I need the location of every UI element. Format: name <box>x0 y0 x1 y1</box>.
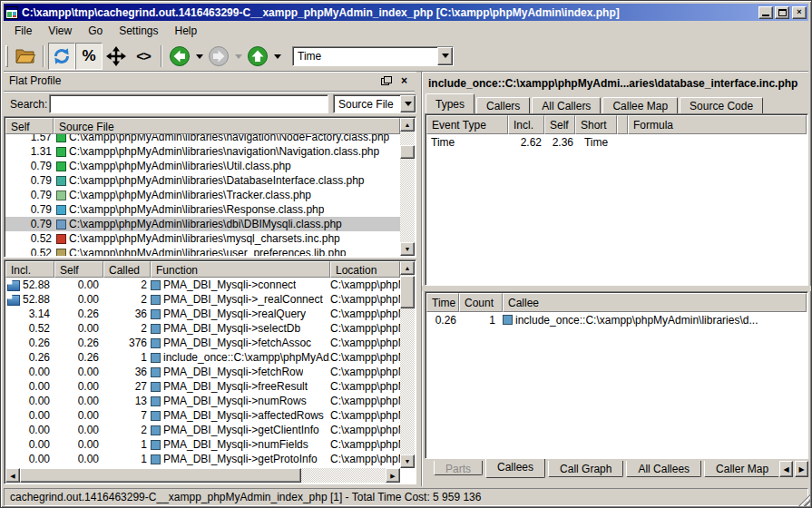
column-header-short[interactable]: Short <box>575 115 617 134</box>
source-file-name: C:\xampp\phpMyAdmin\libraries\DatabaseIn… <box>69 174 365 187</box>
close-button[interactable]: × <box>792 6 807 19</box>
table-row[interactable]: 0.000.0027PMA_DBI_Mysqli->freeResultC:\x… <box>5 379 400 394</box>
maximize-icon <box>778 9 787 16</box>
column-header-self[interactable]: Self <box>544 115 575 134</box>
source-file-name: C:\xampp\phpMyAdmin\libraries\mysql_char… <box>69 232 340 245</box>
scroll-up-button[interactable]: ▲ <box>400 118 415 132</box>
table-row[interactable]: 0.79C:\xampp\phpMyAdmin\libraries\Util.c… <box>5 159 400 173</box>
forward-button[interactable] <box>205 43 232 70</box>
column-header-self[interactable]: Self <box>5 118 54 134</box>
dock-layout-button[interactable] <box>103 43 130 70</box>
menu-settings[interactable]: Settings <box>111 22 166 40</box>
float-dock-button[interactable] <box>380 74 394 87</box>
table-row[interactable]: 0.000.007PMA_DBI_Mysqli->affectedRowsC:\… <box>5 408 400 423</box>
table-row[interactable]: 52.880.002PMA_DBI_Mysqli->connectC:\xamp… <box>5 278 400 292</box>
scroll-down-button[interactable]: ▼ <box>400 454 415 468</box>
event-type-select[interactable]: Time <box>292 46 454 66</box>
table-row[interactable]: 0.52C:\xampp\phpMyAdmin\libraries\mysql_… <box>5 231 400 246</box>
table-row[interactable]: 3.140.2636PMA_DBI_Mysqli->realQueryC:\xa… <box>5 307 400 321</box>
minimize-button[interactable] <box>758 6 773 19</box>
scroll-right-button[interactable]: ▶ <box>386 468 400 483</box>
column-header-event-type[interactable]: Event Type <box>426 115 508 134</box>
menu-go[interactable]: Go <box>80 22 111 40</box>
menu-help[interactable]: Help <box>167 22 206 40</box>
table-row[interactable]: 52.880.002PMA_DBI_Mysqli->_realConnectC:… <box>5 292 400 307</box>
table-row[interactable]: 0.000.001PMA_DBI_Mysqli->getProtoInfoC:\… <box>5 452 400 466</box>
column-header-incl[interactable]: Incl. <box>508 115 544 134</box>
column-header-function[interactable]: Function <box>151 261 330 278</box>
separator <box>4 91 415 93</box>
vertical-scrollbar[interactable]: ▲ ▼ <box>400 261 415 468</box>
percent-toggle-button[interactable]: % <box>75 43 103 70</box>
scrollbar-thumb[interactable] <box>20 468 301 483</box>
tab-callees[interactable]: Callees <box>485 459 545 478</box>
menu-view[interactable]: View <box>40 22 80 40</box>
group-by-select[interactable]: Source File <box>333 94 416 113</box>
tab-parts[interactable]: Parts <box>434 461 483 475</box>
called-count-value: 36 <box>103 308 151 320</box>
toolbar-handle[interactable] <box>5 45 8 67</box>
table-row[interactable]: 0.79C:\xampp\phpMyAdmin\libraries\dbi\DB… <box>5 217 400 231</box>
table-row[interactable]: 0.260.261include_once::C:\xampp\phpMyAd.… <box>5 350 400 365</box>
table-row[interactable]: 0.000.0013PMA_DBI_Mysqli->numRowsC:\xamp… <box>5 394 400 408</box>
scrollbar-thumb[interactable] <box>400 276 415 308</box>
column-header-called[interactable]: Called <box>103 261 151 278</box>
tab-caller-map[interactable]: Caller Map <box>704 461 778 477</box>
scroll-left-button[interactable]: ◀ <box>5 468 20 483</box>
scrollbar-thumb[interactable] <box>400 145 415 159</box>
table-row[interactable]: 0.52C:\xampp\phpMyAdmin\libraries\user_p… <box>5 246 400 256</box>
table-row[interactable]: 0.520.002PMA_DBI_Mysqli->selectDbC:\xamp… <box>5 321 400 336</box>
tab-scroll-left-button[interactable]: ◀ <box>779 461 793 477</box>
table-row[interactable]: 0.000.002PMA_DBI_Mysqli->getClientInfoC:… <box>5 423 400 437</box>
column-header-location[interactable]: Location <box>330 261 400 278</box>
tab-types[interactable]: Types <box>426 93 474 113</box>
column-header-count[interactable]: Count <box>459 293 503 312</box>
table-row[interactable]: Time2.622.36Time <box>426 134 807 150</box>
back-button[interactable] <box>166 43 193 70</box>
reload-button[interactable] <box>48 43 75 70</box>
horizontal-scrollbar[interactable]: ◀ ▶ <box>5 468 400 483</box>
tab-callee-map[interactable]: Callee Map <box>602 97 678 113</box>
column-header-self[interactable]: Self <box>54 261 103 278</box>
column-header-formula[interactable]: Formula <box>628 115 807 134</box>
scroll-up-button[interactable]: ▲ <box>400 261 415 275</box>
menu-file[interactable]: File <box>6 22 40 40</box>
tab-call-graph[interactable]: Call Graph <box>548 461 623 477</box>
titlebar: C:\xampp\tmp\cachegrind.out.1416463299-C… <box>4 4 808 21</box>
back-dropdown-button[interactable] <box>193 43 205 70</box>
table-row[interactable]: 1.57C:\xampp\phpMyAdmin\libraries\naviga… <box>5 134 400 144</box>
up-dropdown-button[interactable] <box>271 43 283 70</box>
table-row[interactable]: 0.261include_once::C:\xampp\phpMyAdmin\l… <box>426 312 807 327</box>
combo-dropdown-button[interactable] <box>437 47 453 65</box>
up-button[interactable] <box>244 43 271 70</box>
table-row[interactable]: 0.000.0036PMA_DBI_Mysqli->fetchRowC:\xam… <box>5 365 400 379</box>
tab-all-callers[interactable]: All Callers <box>532 97 601 113</box>
search-input[interactable] <box>49 94 328 113</box>
table-row[interactable]: 0.79C:\xampp\phpMyAdmin\libraries\Respon… <box>5 202 400 217</box>
close-dock-button[interactable]: × <box>397 74 411 87</box>
called-count-value: 36 <box>103 366 151 378</box>
table-row[interactable]: 0.000.001PMA_DBI_Mysqli->numFieldsC:\xam… <box>5 437 400 452</box>
combo-dropdown-button[interactable] <box>400 95 416 112</box>
table-row[interactable]: 1.31C:\xampp\phpMyAdmin\libraries\naviga… <box>5 144 400 159</box>
scroll-down-button[interactable]: ▼ <box>400 242 415 256</box>
forward-dropdown-button[interactable] <box>232 43 244 70</box>
tab-callers[interactable]: Callers <box>476 97 530 113</box>
tab-scroll-right-button[interactable]: ▶ <box>795 461 808 477</box>
table-row[interactable]: 0.79C:\xampp\phpMyAdmin\libraries\Databa… <box>5 173 400 188</box>
column-header-source-file[interactable]: Source File <box>54 118 400 134</box>
column-header-callee[interactable]: Callee <box>503 293 807 312</box>
relative-cost-button[interactable]: <> <box>130 43 157 70</box>
column-header-time[interactable]: Time <box>426 293 459 312</box>
incl-cost-value: 0.00 <box>5 380 54 393</box>
tab-source-code[interactable]: Source Code <box>680 97 763 113</box>
maximize-button[interactable] <box>775 6 789 19</box>
column-header-spacer[interactable] <box>617 115 628 134</box>
table-row[interactable]: 0.79C:\xampp\phpMyAdmin\libraries\Tracke… <box>5 188 400 202</box>
vertical-scrollbar[interactable]: ▲ ▼ <box>400 118 415 256</box>
incl-cost-value: 0.00 <box>5 453 54 465</box>
tab-all-callees[interactable]: All Callees <box>626 461 701 477</box>
column-header-incl[interactable]: Incl. <box>5 261 54 278</box>
table-row[interactable]: 0.260.26376PMA_DBI_Mysqli->fetchAssocC:\… <box>5 336 400 350</box>
open-file-button[interactable] <box>12 43 39 70</box>
